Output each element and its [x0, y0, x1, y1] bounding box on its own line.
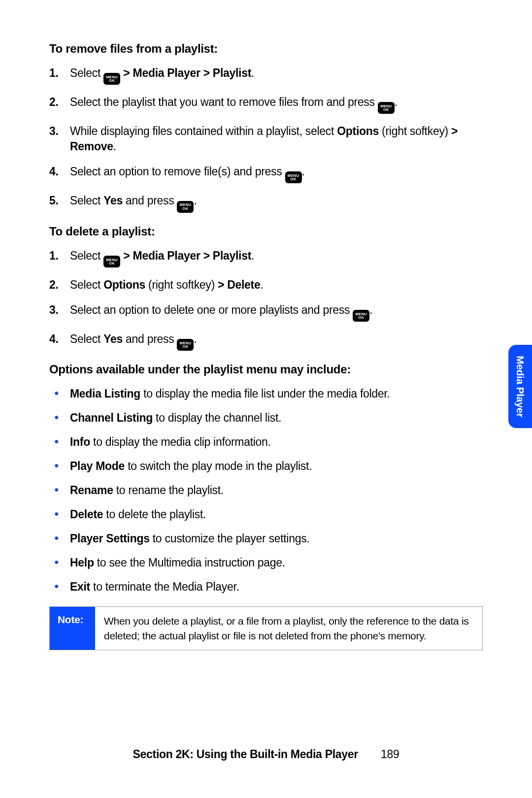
step-text: (right softkey) [145, 278, 218, 291]
option-desc: to switch the play mode in the playlist. [125, 460, 312, 472]
heading-remove: To remove files from a playlist: [49, 42, 483, 56]
option-term: Player Settings [70, 532, 150, 545]
step-bold: > Media Player > Playlist [120, 66, 251, 79]
list-item: Channel Listing to display the channel l… [70, 410, 483, 426]
option-term: Channel Listing [70, 411, 153, 424]
list-item: 2. Select the playlist that you want to … [70, 95, 483, 114]
note-body: When you delete a playlist, or a file fr… [95, 607, 482, 650]
list-item: 4. Select Yes and press MENUOK. [70, 332, 483, 351]
option-term: Play Mode [70, 460, 125, 472]
menu-ok-key-icon: MENUOK [103, 73, 120, 85]
menu-ok-key-icon: MENUOK [285, 171, 302, 183]
step-text: Select [70, 249, 103, 262]
option-desc: to display the media file list under the… [140, 387, 390, 400]
list-item: 5. Select Yes and press MENUOK. [70, 193, 483, 212]
list-item: 3. Select an option to delete one or mor… [70, 302, 483, 322]
step-text: . [302, 165, 305, 178]
list-item: 1. Select MENUOK > Media Player > Playli… [70, 66, 483, 85]
step-text: While displaying files contained within … [70, 125, 337, 137]
page-number: 189 [381, 748, 399, 761]
step-text: Select [70, 332, 103, 345]
option-term: Delete [70, 508, 103, 521]
step-bold: Yes [103, 194, 123, 207]
option-term: Media Listing [70, 387, 140, 400]
step-text: and press [123, 194, 177, 207]
option-term: Help [70, 556, 94, 569]
list-item: Player Settings to customize the player … [70, 531, 483, 546]
remove-steps: 1. Select MENUOK > Media Player > Playli… [49, 66, 483, 213]
list-item: 4. Select an option to remove file(s) an… [70, 164, 483, 183]
step-bold: Options [103, 278, 145, 291]
step-text: . [194, 194, 197, 207]
option-desc: to display the channel list. [153, 411, 281, 424]
note-label: Note: [50, 607, 95, 650]
list-item: Delete to delete the playlist. [70, 507, 483, 522]
step-text: . [113, 140, 116, 153]
option-desc: to display the media clip information. [90, 435, 271, 448]
menu-ok-key-icon: MENUOK [177, 339, 194, 351]
option-desc: to see the Multimedia instruction page. [94, 556, 285, 569]
step-text: . [251, 249, 254, 262]
step-text: Select an option to remove file(s) and p… [70, 165, 285, 178]
step-bold: Yes [103, 332, 123, 345]
menu-ok-key-icon: MENUOK [353, 310, 369, 322]
heading-delete: To delete a playlist: [49, 225, 483, 238]
list-item: Play Mode to switch the play mode in the… [70, 459, 483, 474]
options-list: Media Listing to display the media file … [49, 386, 483, 595]
footer-section-title: Section 2K: Using the Built-in Media Pla… [133, 748, 358, 761]
footer: Section 2K: Using the Built-in Media Pla… [0, 748, 532, 761]
step-text: . [395, 96, 398, 108]
step-text: and press [123, 332, 177, 345]
step-text: Select [70, 278, 103, 291]
step-text: . [251, 66, 254, 79]
step-bold: > Media Player > Playlist [120, 249, 251, 262]
menu-ok-key-icon: MENUOK [103, 256, 120, 267]
step-text: . [260, 278, 263, 291]
step-text: . [369, 303, 372, 316]
list-item: 2. Select Options (right softkey) > Dele… [70, 277, 483, 293]
step-text: (right softkey) [379, 125, 451, 137]
step-bold: Options [337, 125, 379, 137]
list-item: 1. Select MENUOK > Media Player > Playli… [70, 248, 483, 267]
option-desc: to delete the playlist. [103, 508, 206, 521]
option-term: Rename [70, 484, 113, 497]
step-bold: > Delete [218, 278, 260, 291]
option-term: Exit [70, 580, 90, 593]
side-tab-media-player: Media Player [508, 345, 532, 428]
option-term: Info [70, 435, 90, 448]
option-desc: to customize the player settings. [150, 532, 310, 545]
list-item: Help to see the Multimedia instruction p… [70, 555, 483, 570]
list-item: 3. While displaying files contained with… [70, 124, 483, 154]
menu-ok-key-icon: MENUOK [177, 201, 194, 213]
list-item: Exit to terminate the Media Player. [70, 579, 483, 595]
step-text: Select [70, 194, 103, 207]
delete-steps: 1. Select MENUOK > Media Player > Playli… [49, 248, 483, 351]
step-text: Select the playlist that you want to rem… [70, 96, 378, 108]
step-text: . [194, 332, 197, 345]
heading-options: Options available under the playlist men… [49, 363, 483, 376]
list-item: Info to display the media clip informati… [70, 434, 483, 450]
step-text: Select [70, 66, 103, 79]
menu-ok-key-icon: MENUOK [378, 102, 395, 114]
list-item: Rename to rename the playlist. [70, 483, 483, 498]
option-desc: to terminate the Media Player. [90, 580, 239, 593]
note-box: Note: When you delete a playlist, or a f… [49, 606, 483, 650]
page-content: To remove files from a playlist: 1. Sele… [0, 0, 532, 650]
list-item: Media Listing to display the media file … [70, 386, 483, 401]
step-text: Select an option to delete one or more p… [70, 303, 353, 316]
option-desc: to rename the playlist. [113, 484, 224, 497]
